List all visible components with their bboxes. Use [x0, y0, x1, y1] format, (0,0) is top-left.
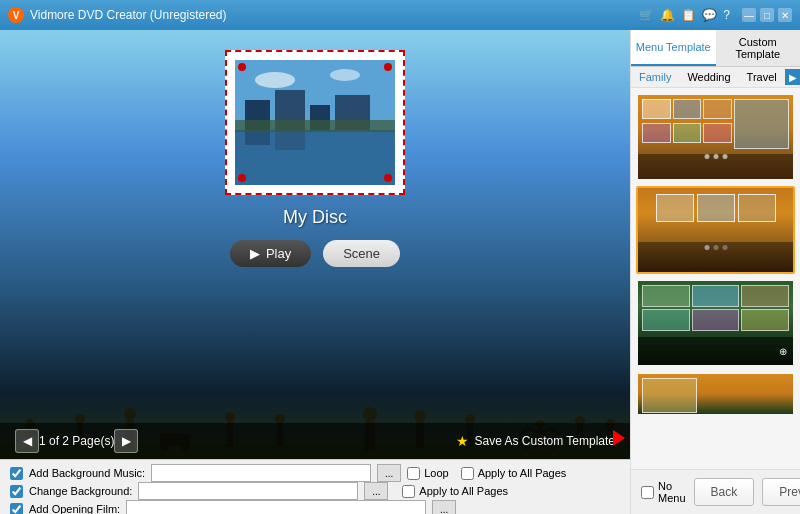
preview-area: My Disc ▶ Play Scene: [0, 30, 630, 514]
change-bg-checkbox[interactable]: [10, 485, 23, 498]
red-arrow-indicator: [613, 430, 625, 446]
play-button[interactable]: ▶ Play: [230, 240, 311, 267]
stamp-corner-bl: [238, 174, 246, 182]
svg-rect-9: [275, 130, 305, 150]
app-icon: V: [8, 7, 24, 23]
save-template-button[interactable]: ★ Save As Custom Template: [456, 433, 615, 449]
loop-checkbox[interactable]: [407, 467, 420, 480]
templates-list: ⊕: [631, 88, 800, 469]
notification-icon[interactable]: 🔔: [660, 8, 675, 22]
stamp-corner-br: [384, 174, 392, 182]
change-bg-label: Change Background:: [29, 485, 132, 497]
opening-film-browse-button[interactable]: ...: [432, 500, 456, 514]
play-icon: ▶: [250, 246, 260, 261]
maximize-button[interactable]: □: [760, 8, 774, 22]
thumb-dots-1: [704, 154, 727, 159]
svg-rect-8: [245, 130, 270, 145]
template-item-2[interactable]: [636, 186, 795, 274]
chat-icon[interactable]: 💬: [702, 8, 717, 22]
opening-film-input[interactable]: [126, 500, 426, 514]
svg-point-1: [255, 72, 295, 88]
apply-all-bg-label: Apply to All Pages: [419, 485, 508, 497]
help-icon[interactable]: ?: [723, 8, 730, 22]
bg-music-label: Add Background Music:: [29, 467, 145, 479]
navigation-bar: ◀ 1 of 2 Page(s) ▶ ★ Save As Custom Temp…: [0, 423, 630, 459]
apply-all-checkbox[interactable]: [461, 467, 474, 480]
app-title: Vidmore DVD Creator (Unregistered): [30, 8, 639, 22]
bg-music-checkbox[interactable]: [10, 467, 23, 480]
template-thumb-1: [638, 95, 793, 179]
right-panel: Menu Template Custom Template Family Wed…: [630, 30, 800, 514]
close-button[interactable]: ✕: [778, 8, 792, 22]
apply-all-label: Apply to All Pages: [478, 467, 567, 479]
no-menu-label: No Menu: [658, 480, 686, 504]
template-thumb-2: [638, 188, 793, 272]
svg-point-2: [330, 69, 360, 81]
title-bar: V Vidmore DVD Creator (Unregistered) 🛒 🔔…: [0, 0, 800, 30]
no-menu-checkbox[interactable]: [641, 486, 654, 499]
stamp-inner: [235, 60, 395, 185]
change-bg-browse-button[interactable]: ...: [364, 482, 388, 500]
template-tabs: Menu Template Custom Template: [631, 30, 800, 67]
svg-point-26: [363, 407, 377, 421]
template-item-4[interactable]: [636, 372, 795, 416]
template-thumb-4: [638, 374, 793, 414]
star-icon: ★: [456, 433, 469, 449]
apply-all-bg-options: Apply to All Pages: [394, 485, 508, 498]
bg-music-input[interactable]: [151, 464, 371, 482]
cart-icon[interactable]: 🛒: [639, 8, 654, 22]
category-travel[interactable]: Travel: [739, 67, 785, 87]
stamp-corner-tr: [384, 63, 392, 71]
disc-preview-stamp: [225, 50, 405, 195]
tab-custom-template[interactable]: Custom Template: [716, 30, 801, 66]
template-thumb-3: ⊕: [638, 281, 793, 365]
category-next-arrow[interactable]: ▶: [785, 69, 800, 85]
action-buttons: No Menu Back Preview Burn: [631, 469, 800, 514]
opening-film-row: Add Opening Film: ...: [10, 500, 620, 514]
svg-point-22: [225, 412, 235, 422]
stamp-image: [235, 60, 395, 185]
svg-point-28: [414, 410, 426, 422]
template-item-3[interactable]: ⊕: [636, 279, 795, 367]
preview-buttons: ▶ Play Scene: [230, 240, 400, 267]
page-info: 1 of 2 Page(s): [39, 434, 114, 448]
window-controls: — □ ✕: [742, 8, 792, 22]
tmpl-silhouette-2: [638, 242, 793, 272]
no-menu-option: No Menu: [641, 480, 686, 504]
svg-rect-10: [235, 120, 395, 132]
dot-1: [704, 154, 709, 159]
apply-all-bg-checkbox[interactable]: [402, 485, 415, 498]
clipboard-icon[interactable]: 📋: [681, 8, 696, 22]
options-bar: Add Background Music: ... Loop Apply to …: [0, 459, 630, 514]
disc-title: My Disc: [283, 207, 347, 228]
preview-button[interactable]: Preview: [762, 478, 800, 506]
back-button[interactable]: Back: [694, 478, 755, 506]
prev-page-button[interactable]: ◀: [15, 429, 39, 453]
next-page-button[interactable]: ▶: [114, 429, 138, 453]
dot-3: [722, 154, 727, 159]
loop-options: Loop Apply to All Pages: [407, 467, 566, 480]
category-family[interactable]: Family: [631, 67, 679, 87]
change-bg-input[interactable]: [138, 482, 358, 500]
tab-menu-template[interactable]: Menu Template: [631, 30, 716, 66]
loop-label: Loop: [424, 467, 448, 479]
title-bar-icons: 🛒 🔔 📋 💬 ?: [639, 8, 730, 22]
stamp-corner-tl: [238, 63, 246, 71]
category-tabs: Family Wedding Travel ▶: [631, 67, 800, 88]
main-layout: My Disc ▶ Play Scene: [0, 30, 800, 514]
bg-music-row: Add Background Music: ... Loop Apply to …: [10, 464, 620, 482]
bg-music-browse-button[interactable]: ...: [377, 464, 401, 482]
dot-2: [713, 154, 718, 159]
opening-film-label: Add Opening Film:: [29, 503, 120, 514]
change-bg-row: Change Background: ... Apply to All Page…: [10, 482, 620, 500]
minimize-button[interactable]: —: [742, 8, 756, 22]
template-item-1[interactable]: [636, 93, 795, 181]
arrow-right-icon: ▶: [789, 72, 797, 83]
svg-point-17: [124, 408, 136, 420]
category-wedding[interactable]: Wedding: [679, 67, 738, 87]
scene-button[interactable]: Scene: [323, 240, 400, 267]
opening-film-checkbox[interactable]: [10, 503, 23, 515]
